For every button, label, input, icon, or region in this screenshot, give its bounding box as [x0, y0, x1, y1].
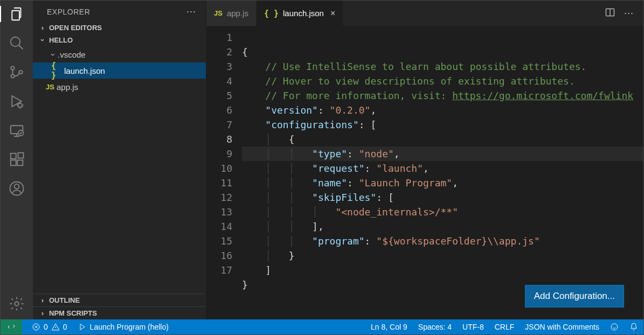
status-bar: 0 0 Launch Program (hello) Ln 8, Col 9 S… [1, 319, 643, 334]
folder-section[interactable]: › HELLO [33, 34, 206, 46]
status-notifications-icon[interactable] [624, 323, 643, 331]
svg-rect-10 [18, 153, 24, 158]
chevron-down-icon: › [49, 50, 58, 59]
remote-explorer-icon[interactable] [1, 122, 33, 138]
status-feedback-icon[interactable] [605, 323, 624, 331]
split-editor-icon[interactable] [605, 7, 615, 20]
tab-launch-json[interactable]: { } launch.json × [257, 1, 343, 26]
search-icon[interactable] [1, 35, 33, 51]
open-editors-section[interactable]: › OPEN EDITORS [33, 22, 206, 34]
accounts-icon[interactable] [1, 180, 33, 197]
settings-gear-icon[interactable] [1, 296, 33, 312]
editor-tabs: JS app.js { } launch.json × ··· [206, 1, 643, 26]
chevron-right-icon: › [38, 296, 47, 304]
svg-rect-9 [17, 160, 23, 165]
status-encoding[interactable]: UTF-8 [457, 323, 489, 331]
status-indentation[interactable]: Spaces: 4 [413, 323, 457, 331]
explorer-icon[interactable] [0, 6, 32, 22]
svg-point-12 [15, 184, 19, 189]
js-file-icon: JS [214, 9, 223, 17]
file-tree: › .vscode { } launch.json JS app.js [33, 46, 206, 294]
tree-file-app-js[interactable]: JS app.js [33, 79, 206, 95]
svg-point-2 [11, 74, 14, 78]
sidebar-title: EXPLORER [47, 8, 90, 16]
svg-point-13 [15, 302, 19, 306]
svg-point-16 [611, 324, 618, 330]
code-editor[interactable]: 1234567891011121314151617 { // Use Intel… [206, 26, 643, 319]
status-cursor-position[interactable]: Ln 8, Col 9 [365, 323, 413, 331]
tree-file-launch-json[interactable]: { } launch.json [33, 62, 206, 79]
sidebar-more-icon[interactable]: ··· [186, 6, 196, 17]
tab-app-js[interactable]: JS app.js [206, 1, 257, 26]
line-gutter: 1234567891011121314151617 [206, 26, 242, 319]
svg-point-0 [11, 37, 20, 47]
outline-section[interactable]: › OUTLINE [33, 294, 206, 306]
npm-scripts-section[interactable]: › NPM SCRIPTS [33, 306, 206, 319]
editor-area: JS app.js { } launch.json × ··· 12345678… [206, 1, 643, 319]
svg-rect-7 [11, 153, 16, 159]
js-file-icon: JS [44, 83, 57, 91]
svg-point-1 [11, 66, 14, 69]
tree-folder-vscode[interactable]: › .vscode [33, 46, 206, 62]
remote-indicator[interactable] [1, 319, 22, 334]
code-content[interactable]: { // Use IntelliSense to learn about pos… [242, 26, 643, 319]
status-debug-target[interactable]: Launch Program (hello) [73, 323, 174, 331]
editor-more-icon[interactable]: ··· [624, 8, 634, 19]
source-control-icon[interactable] [1, 64, 33, 80]
svg-rect-8 [11, 160, 16, 165]
json-file-icon: { } [51, 61, 64, 80]
close-tab-icon[interactable]: × [330, 9, 335, 18]
chevron-right-icon: › [38, 309, 47, 317]
chevron-right-icon: › [38, 24, 47, 32]
extensions-icon[interactable] [1, 151, 33, 167]
activity-bar [1, 1, 33, 319]
json-file-icon: { } [264, 9, 279, 18]
add-configuration-button[interactable]: Add Configuration... [525, 285, 624, 308]
status-eol[interactable]: CRLF [489, 323, 520, 331]
chevron-down-icon: › [39, 36, 47, 45]
explorer-sidebar: EXPLORER ··· › OPEN EDITORS › HELLO › .v… [33, 1, 206, 319]
run-debug-icon[interactable] [1, 93, 33, 109]
status-language-mode[interactable]: JSON with Comments [520, 323, 605, 331]
status-problems[interactable]: 0 0 [26, 323, 73, 331]
